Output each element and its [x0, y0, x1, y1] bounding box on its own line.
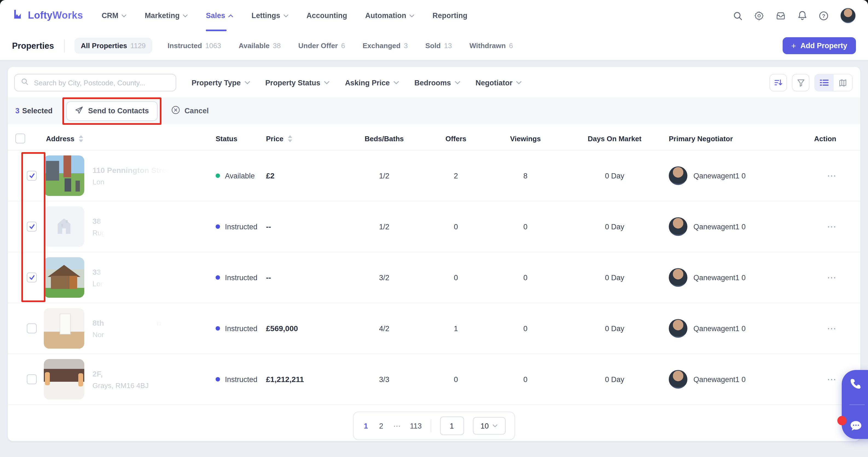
negotiator-avatar[interactable] — [669, 217, 687, 236]
notifications-bell-icon[interactable] — [797, 10, 807, 21]
negotiator-avatar[interactable] — [669, 166, 687, 185]
property-address[interactable]: 2F, Grays, RM16 4BJ — [92, 369, 149, 389]
filter-negotiator[interactable]: Negotiator — [475, 79, 522, 87]
row-actions-button[interactable]: ⋯ — [774, 373, 853, 385]
row-actions-button[interactable]: ⋯ — [774, 170, 853, 181]
property-photo[interactable] — [44, 155, 84, 196]
viewings-value: 0 — [490, 222, 560, 231]
row-actions-button[interactable]: ⋯ — [774, 323, 853, 334]
tab-withdrawn[interactable]: Withdrawn6 — [467, 38, 515, 54]
row-actions-button[interactable]: ⋯ — [774, 221, 853, 232]
filter-funnel-button[interactable] — [792, 74, 809, 91]
map-view-button[interactable] — [834, 74, 852, 91]
row-checkbox[interactable] — [27, 273, 37, 282]
list-view-button[interactable] — [815, 74, 834, 91]
search-box[interactable] — [14, 74, 176, 91]
nav-item-accounting[interactable]: Accounting — [307, 0, 347, 31]
main-content: Property Type Property Status Asking Pri… — [0, 60, 868, 441]
property-photo[interactable] — [44, 257, 84, 298]
add-property-button[interactable]: + Add Property — [782, 37, 856, 54]
price-value: £2 — [266, 171, 347, 180]
page-jump-input[interactable] — [440, 417, 464, 435]
tab-all-properties[interactable]: All Properties1129 — [74, 38, 152, 54]
property-photo-placeholder[interactable] — [44, 206, 84, 247]
nav-item-lettings[interactable]: Lettings — [251, 0, 288, 31]
col-price[interactable]: Price — [266, 134, 347, 143]
cancel-selection-button[interactable]: Cancel — [171, 105, 209, 116]
send-to-contacts-button[interactable]: Send to Contacts — [66, 101, 158, 121]
search-icon[interactable] — [733, 11, 743, 21]
status-dot — [216, 377, 220, 382]
select-all-checkbox[interactable] — [15, 133, 25, 143]
svg-text:?: ? — [822, 13, 825, 19]
chevron-down-icon — [245, 81, 250, 84]
property-address[interactable]: 33 Lon — [92, 267, 104, 287]
tab-available[interactable]: Available38 — [237, 38, 283, 54]
row-checkbox[interactable] — [27, 171, 37, 181]
page-button-2[interactable]: 2 — [378, 422, 384, 430]
page-button-last[interactable]: 113 — [410, 422, 422, 430]
loftyworks-logo[interactable]: LoftyWorks — [12, 8, 83, 23]
table-row: 38 Rug Instructed -- 1/2 0 0 0 Day Qanew… — [8, 202, 860, 252]
page-ellipsis[interactable]: ⋯ — [393, 421, 401, 430]
col-beds-baths: Beds/Baths — [347, 134, 422, 143]
status-tabs: All Properties1129 Instructed1063 Availa… — [74, 38, 782, 54]
row-actions-button[interactable]: ⋯ — [774, 272, 853, 283]
inbox-tray-icon[interactable] — [776, 11, 786, 21]
negotiator-avatar[interactable] — [669, 268, 687, 287]
property-address[interactable]: 38 Rug — [92, 216, 105, 237]
property-photo[interactable] — [44, 359, 84, 399]
sort-arrows-icon[interactable] — [288, 135, 292, 142]
days-on-market-value: 0 Day — [560, 375, 669, 384]
property-address[interactable]: 110 Pennington Street Lon — [92, 165, 173, 186]
table-row: 110 Pennington Street Lon Available £2 1… — [8, 151, 860, 202]
beds-baths-value: 3/2 — [347, 273, 422, 282]
nav-item-reporting[interactable]: Reporting — [432, 0, 467, 31]
days-on-market-value: 0 Day — [560, 273, 669, 282]
chevron-down-icon — [409, 14, 414, 17]
sort-button[interactable] — [770, 74, 787, 91]
tab-instructed[interactable]: Instructed1063 — [165, 38, 223, 54]
negotiator-avatar[interactable] — [669, 370, 687, 389]
divider — [430, 419, 431, 432]
property-address[interactable]: 8thn ... Nor — [92, 318, 170, 338]
nav-item-automation[interactable]: Automation — [365, 0, 414, 31]
main-menu: CRM Marketing Sales Lettings Accounting … — [101, 0, 733, 31]
nav-item-sales[interactable]: Sales — [206, 0, 234, 31]
table-header: Address Status Price Beds/Baths Offers V… — [8, 127, 860, 151]
search-input[interactable] — [33, 78, 170, 87]
phone-call-button[interactable] — [849, 377, 862, 389]
row-checkbox[interactable] — [27, 324, 37, 333]
property-photo[interactable] — [44, 308, 84, 348]
filter-asking-price[interactable]: Asking Price — [345, 79, 399, 87]
contact-widget — [842, 370, 868, 439]
days-on-market-value: 0 Day — [560, 324, 669, 333]
row-checkbox[interactable] — [27, 374, 37, 384]
filter-property-type[interactable]: Property Type — [191, 79, 250, 87]
tab-sold[interactable]: Sold13 — [423, 38, 454, 54]
user-avatar[interactable] — [840, 8, 856, 24]
filter-property-status[interactable]: Property Status — [266, 79, 330, 87]
status-dot — [216, 275, 220, 280]
page-button-1[interactable]: 1 — [363, 422, 369, 430]
tab-under-offer[interactable]: Under Offer6 — [296, 38, 347, 54]
table-row: 33 Lon Instructed -- 3/2 0 0 0 Day Qanew… — [8, 252, 860, 303]
plus-icon: + — [791, 41, 796, 50]
chat-button[interactable] — [849, 420, 863, 431]
page-size-select[interactable]: 10 — [473, 417, 505, 434]
tab-exchanged[interactable]: Exchanged3 — [361, 38, 410, 54]
settings-gear-icon[interactable] — [754, 11, 764, 21]
negotiator-avatar[interactable] — [669, 319, 687, 338]
col-address[interactable]: Address — [39, 134, 199, 143]
negotiator-name: Qanewagent1 0 — [693, 172, 746, 180]
annotation-red-box: Send to Contacts — [62, 97, 161, 124]
col-offers: Offers — [422, 134, 490, 143]
filter-bar: Property Type Property Status Asking Pri… — [8, 67, 860, 97]
price-value: -- — [266, 273, 347, 282]
nav-item-crm[interactable]: CRM — [101, 0, 127, 31]
sort-arrows-icon[interactable] — [79, 135, 83, 142]
nav-item-marketing[interactable]: Marketing — [145, 0, 188, 31]
filter-bedrooms[interactable]: Bedrooms — [414, 79, 460, 87]
row-checkbox[interactable] — [27, 222, 37, 232]
help-icon[interactable]: ? — [819, 11, 829, 21]
